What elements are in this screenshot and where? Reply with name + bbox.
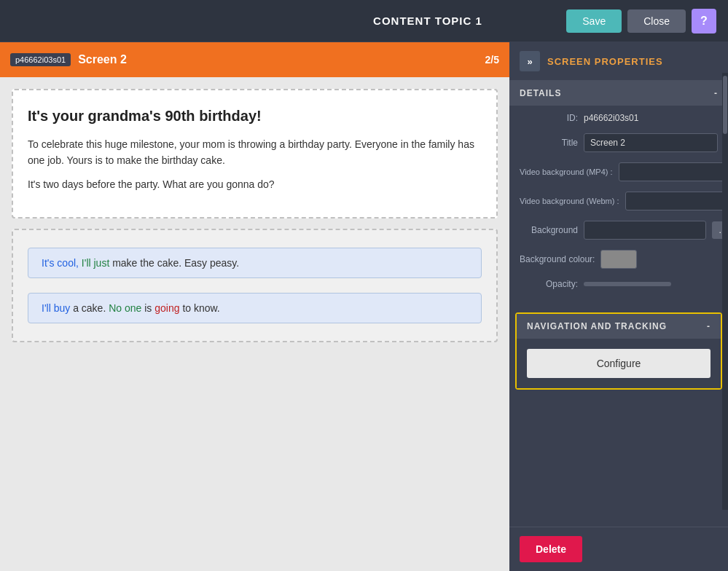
opacity-label: Opacity: bbox=[520, 279, 578, 289]
video-mp4-field-row: Video background (MP4) : … bbox=[520, 162, 718, 181]
close-button[interactable]: Close bbox=[627, 9, 686, 33]
background-label: Background bbox=[520, 225, 578, 235]
card-para2: It's two days before the party. What are… bbox=[28, 176, 482, 192]
right-panel: » SCREEN PROPERTIES DETAILS - ID: p46662… bbox=[509, 42, 728, 571]
details-section-header: DETAILS - bbox=[509, 81, 728, 106]
card-heading: It's your grandma's 90th birthday! bbox=[28, 108, 482, 125]
id-label: ID: bbox=[520, 113, 578, 123]
background-field-row: Background … ✂ bbox=[520, 221, 718, 240]
text-card: It's your grandma's 90th birthday! To ce… bbox=[12, 89, 498, 218]
panel-title: SCREEN PROPERTIES bbox=[547, 56, 663, 67]
nav-tracking-wrapper: NAVIGATION AND TRACKING - Configure bbox=[509, 307, 728, 395]
configure-button[interactable]: Configure bbox=[527, 349, 711, 378]
opacity-field-row: Opacity: bbox=[520, 279, 718, 289]
collapse-panel-button[interactable]: » bbox=[520, 51, 540, 71]
bg-colour-label: Background colour: bbox=[520, 254, 595, 264]
video-mp4-input[interactable] bbox=[619, 162, 728, 181]
delete-section: Delete bbox=[509, 527, 728, 571]
help-button[interactable]: ? bbox=[692, 9, 716, 34]
screen-id-badge: p46662i03s01 bbox=[10, 53, 71, 66]
background-input[interactable] bbox=[584, 221, 706, 240]
video-mp4-label: Video background (MP4) : bbox=[520, 168, 613, 176]
header-actions: Save Close ? bbox=[566, 9, 716, 34]
title-input[interactable] bbox=[584, 133, 718, 152]
save-button[interactable]: Save bbox=[566, 9, 622, 33]
app-header: CONTENT TOPIC 1 Save Close ? bbox=[0, 0, 728, 42]
details-label: DETAILS bbox=[520, 88, 561, 98]
nav-tracking-label: NAVIGATION AND TRACKING bbox=[527, 321, 667, 331]
id-value: p46662i03s01 bbox=[584, 113, 638, 123]
video-webm-input[interactable] bbox=[625, 192, 728, 210]
card-para1: To celebrate this huge milestone, your m… bbox=[28, 136, 482, 169]
page-title: CONTENT TOPIC 1 bbox=[289, 15, 567, 27]
nav-tracking-header: NAVIGATION AND TRACKING - bbox=[517, 314, 721, 339]
choice-option-2[interactable]: I'll buy a cake. No one is going to know… bbox=[28, 293, 482, 323]
choice-card: It's cool, I'll just make the cake. Easy… bbox=[12, 229, 498, 342]
details-content: ID: p46662i03s01 Title Video background … bbox=[509, 106, 728, 307]
scrollbar-thumb bbox=[723, 76, 727, 134]
nav-tracking-section: NAVIGATION AND TRACKING - Configure bbox=[515, 312, 722, 390]
collapse-nav-icon[interactable]: - bbox=[707, 321, 711, 331]
left-panel: p46662i03s01 Screen 2 2/5 It's your gran… bbox=[0, 42, 509, 571]
opacity-slider[interactable] bbox=[584, 282, 671, 286]
title-field-row: Title bbox=[520, 133, 718, 152]
collapse-details-icon[interactable]: - bbox=[714, 88, 718, 98]
screen-counter: 2/5 bbox=[485, 54, 499, 66]
panel-header: » SCREEN PROPERTIES bbox=[509, 42, 728, 81]
video-webm-label: Video background (Webm) : bbox=[520, 197, 619, 205]
content-area: It's your grandma's 90th birthday! To ce… bbox=[0, 77, 509, 571]
title-field-label: Title bbox=[520, 138, 578, 148]
nav-tracking-content: Configure bbox=[517, 339, 721, 388]
screen-bar: p46662i03s01 Screen 2 2/5 bbox=[0, 42, 509, 77]
screen-title: Screen 2 bbox=[78, 53, 477, 66]
id-field-row: ID: p46662i03s01 bbox=[520, 113, 718, 123]
main-layout: p46662i03s01 Screen 2 2/5 It's your gran… bbox=[0, 42, 728, 571]
details-section: DETAILS - ID: p46662i03s01 Title bbox=[509, 81, 728, 307]
right-panel-scroll: DETAILS - ID: p46662i03s01 Title bbox=[509, 81, 728, 571]
video-webm-field-row: Video background (Webm) : … bbox=[520, 192, 718, 210]
delete-button[interactable]: Delete bbox=[520, 536, 582, 562]
scrollbar[interactable] bbox=[722, 73, 728, 510]
choice-option-1[interactable]: It's cool, I'll just make the cake. Easy… bbox=[28, 248, 482, 278]
bg-colour-picker[interactable] bbox=[600, 250, 637, 269]
bg-colour-field-row: Background colour: bbox=[520, 250, 718, 269]
